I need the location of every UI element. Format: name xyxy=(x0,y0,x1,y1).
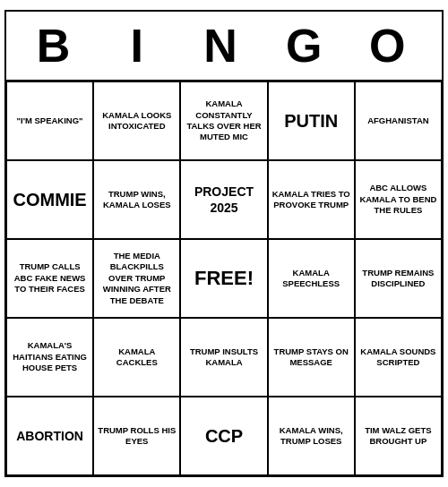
bingo-cell[interactable]: TRUMP INSULTS KAMALA xyxy=(180,318,267,397)
bingo-title: B I N G O xyxy=(6,12,442,81)
bingo-cell[interactable]: TRUMP WINS, KAMALA LOSES xyxy=(93,160,180,239)
bingo-cell[interactable]: KAMALA CACKLES xyxy=(93,318,180,397)
bingo-cell[interactable]: THE MEDIA BLACKPILLS OVER TRUMP WINNING … xyxy=(93,239,180,318)
bingo-cell[interactable]: TRUMP ROLLS HIS EYES xyxy=(93,397,180,475)
bingo-cell[interactable]: PROJECT 2025 xyxy=(180,160,267,239)
bingo-cell[interactable]: KAMALA CONSTANTLY TALKS OVER HER MUTED M… xyxy=(180,81,267,160)
bingo-cell[interactable]: KAMALA WINS, TRUMP LOSES xyxy=(268,397,355,475)
title-letter-o: O xyxy=(367,19,414,73)
bingo-cell[interactable]: "I'M SPEAKING" xyxy=(6,81,93,160)
bingo-cell[interactable]: KAMALA TRIES TO PROVOKE TRUMP xyxy=(268,160,355,239)
bingo-cell[interactable]: ABORTION xyxy=(6,397,93,475)
bingo-cell[interactable]: COMMIE xyxy=(6,160,93,239)
bingo-cell[interactable]: KAMALA SPEECHLESS xyxy=(268,239,355,318)
bingo-cell[interactable]: TRUMP CALLS ABC FAKE NEWS TO THEIR FACES xyxy=(6,239,93,318)
bingo-cell[interactable]: TRUMP STAYS ON MESSAGE xyxy=(268,318,355,397)
bingo-cell[interactable]: PUTIN xyxy=(268,81,355,160)
bingo-cell[interactable]: ABC ALLOWS KAMALA TO BEND THE RULES xyxy=(355,160,442,239)
title-letter-i: I xyxy=(117,19,164,73)
bingo-cell[interactable]: KAMALA SOUNDS SCRIPTED xyxy=(355,318,442,397)
bingo-card: B I N G O "I'M SPEAKING"KAMALA LOOKS INT… xyxy=(4,10,444,477)
bingo-cell[interactable]: KAMALA LOOKS INTOXICATED xyxy=(93,81,180,160)
bingo-cell[interactable]: Free! xyxy=(180,239,267,318)
bingo-cell[interactable]: CCP xyxy=(180,397,267,475)
bingo-cell[interactable]: TIM WALZ GETS BROUGHT UP xyxy=(355,397,442,475)
bingo-cell[interactable]: KAMALA'S HAITIANS EATING HOUSE PETS xyxy=(6,318,93,397)
bingo-cell[interactable]: TRUMP REMAINS DISCIPLINED xyxy=(355,239,442,318)
title-letter-n: N xyxy=(201,19,247,73)
title-letter-g: G xyxy=(284,19,331,73)
bingo-grid: "I'M SPEAKING"KAMALA LOOKS INTOXICATEDKA… xyxy=(6,81,442,475)
title-letter-b: B xyxy=(34,19,81,73)
bingo-cell[interactable]: AFGHANISTAN xyxy=(355,81,442,160)
